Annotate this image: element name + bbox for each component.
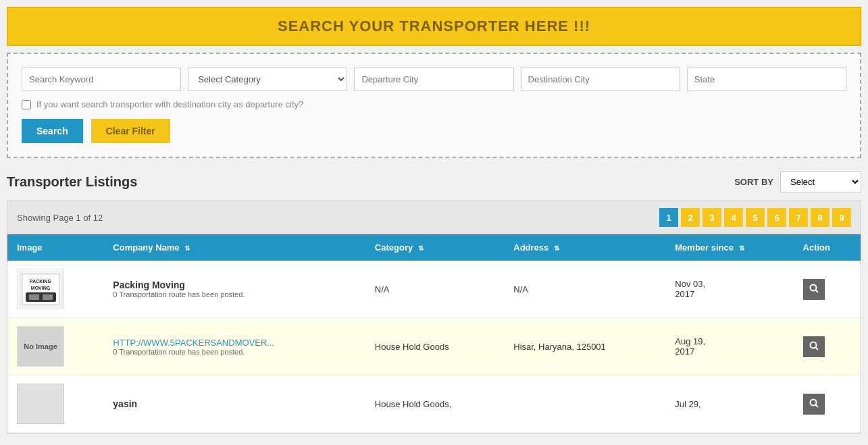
packing-logo-svg: PACKING MOVING [19, 271, 63, 308]
col-image: Image [7, 234, 103, 261]
page-9-button[interactable]: 9 [832, 208, 851, 227]
col-company[interactable]: Company Name ⇅ [103, 234, 365, 261]
sort-select-dropdown[interactable]: Select [780, 172, 861, 192]
col-category[interactable]: Category ⇅ [365, 234, 504, 261]
search-container: Select Category If you want search trans… [7, 53, 861, 158]
member-sort-icon[interactable]: ⇅ [739, 244, 744, 252]
row-image-cell: PACKING MOVING [7, 261, 103, 318]
row-member-since-cell: Jul 29, [665, 375, 793, 433]
route-count: 0 Transportation route has been posted. [113, 290, 356, 298]
row-category-cell: N/A [365, 261, 504, 318]
pagination-bar: Showing Page 1 of 12 1 2 3 4 5 6 7 8 9 [7, 201, 861, 234]
page-5-button[interactable]: 5 [746, 208, 765, 227]
search-banner: SEARCH YOUR TRANSPORTER HERE !!! [7, 7, 861, 46]
row-image-cell: No Image [7, 318, 103, 375]
listings-title: Transporter Listings [7, 174, 137, 190]
page-4-button[interactable]: 4 [724, 208, 743, 227]
table-row: No Image HTTP://WWW.5PACKERSANDMOVER... … [7, 318, 861, 375]
company-name: Packing Moving [113, 280, 356, 290]
svg-line-8 [815, 290, 818, 292]
row-action-cell [794, 375, 861, 433]
table-row: PACKING MOVING Packing Moving 0 Transpor… [7, 261, 861, 318]
row-address-cell: N/A [504, 261, 665, 318]
no-image-logo [17, 384, 64, 424]
row-address-cell [504, 375, 665, 433]
listings-header: Transporter Listings SORT BY Select [7, 172, 861, 192]
reverse-city-checkbox[interactable] [22, 100, 31, 109]
destination-city-input[interactable] [521, 68, 680, 91]
sort-by-label: SORT BY [734, 177, 773, 187]
row-company-cell: HTTP://WWW.5PACKERSANDMOVER... 0 Transpo… [103, 318, 365, 375]
row-action-cell [794, 261, 861, 318]
departure-city-input[interactable] [354, 68, 513, 91]
packing-moving-logo: PACKING MOVING [17, 269, 64, 309]
page-8-button[interactable]: 8 [811, 208, 829, 227]
table-wrapper: Showing Page 1 of 12 1 2 3 4 5 6 7 8 9 I… [7, 201, 861, 434]
search-icon [809, 340, 819, 351]
col-address[interactable]: Address ⇅ [504, 234, 665, 261]
checkbox-row: If you want search transporter with dest… [22, 99, 846, 109]
address-sort-icon[interactable]: ⇅ [554, 244, 559, 252]
svg-rect-5 [29, 294, 39, 300]
search-button[interactable]: Search [22, 119, 83, 143]
row-member-since-cell: Nov 03,2017 [665, 261, 793, 318]
svg-text:MOVING: MOVING [30, 286, 50, 290]
page-6-button[interactable]: 6 [767, 208, 786, 227]
row-image-cell [7, 375, 103, 433]
select-category-dropdown[interactable]: Select Category [188, 68, 347, 91]
clear-filter-button[interactable]: Clear Filter [91, 119, 170, 143]
svg-point-9 [810, 342, 816, 348]
route-count: 0 Transportation route has been posted. [113, 348, 356, 356]
svg-point-7 [810, 284, 816, 290]
table-row: yasin House Hold Goods, Jul 29, [7, 375, 861, 433]
pagination-nums: 1 2 3 4 5 6 7 8 9 [659, 208, 851, 227]
svg-point-11 [810, 399, 816, 405]
sort-by-row: SORT BY Select [734, 172, 861, 192]
view-action-button[interactable] [803, 394, 825, 415]
company-name: yasin [113, 398, 356, 409]
view-action-button[interactable] [803, 279, 825, 300]
view-action-button[interactable] [803, 336, 825, 357]
row-company-cell: yasin [103, 375, 365, 433]
company-sort-icon[interactable]: ⇅ [184, 244, 190, 252]
checkbox-label: If you want search transporter with dest… [36, 99, 303, 109]
row-address-cell: Hisar, Haryana, 125001 [504, 318, 665, 375]
state-input[interactable] [687, 68, 846, 91]
page-3-button[interactable]: 3 [703, 208, 721, 227]
svg-text:PACKING: PACKING [30, 279, 51, 284]
search-actions: Search Clear Filter [22, 119, 846, 143]
search-icon [809, 398, 819, 409]
row-member-since-cell: Aug 19,2017 [665, 318, 793, 375]
search-keyword-input[interactable] [22, 68, 181, 91]
row-category-cell: House Hold Goods [365, 318, 504, 375]
svg-line-10 [815, 347, 818, 350]
row-action-cell [794, 318, 861, 375]
col-action: Action [794, 234, 861, 261]
company-name-link[interactable]: HTTP://WWW.5PACKERSANDMOVER... [113, 338, 274, 348]
page-info: Showing Page 1 of 12 [17, 213, 103, 223]
page-7-button[interactable]: 7 [789, 208, 808, 227]
page-2-button[interactable]: 2 [681, 208, 700, 227]
table-header-row: Image Company Name ⇅ Category ⇅ Address … [7, 234, 861, 261]
svg-line-12 [815, 404, 818, 407]
row-company-cell: Packing Moving 0 Transportation route ha… [103, 261, 365, 318]
col-member-since[interactable]: Member since ⇅ [665, 234, 793, 261]
svg-rect-6 [43, 294, 53, 300]
no-image-logo: No Image [17, 326, 64, 367]
row-category-cell: House Hold Goods, [365, 375, 504, 433]
page-1-button[interactable]: 1 [659, 208, 678, 227]
listings-table: Image Company Name ⇅ Category ⇅ Address … [7, 234, 861, 433]
search-icon [809, 283, 819, 294]
category-sort-icon[interactable]: ⇅ [418, 244, 424, 252]
search-fields: Select Category [22, 68, 846, 91]
